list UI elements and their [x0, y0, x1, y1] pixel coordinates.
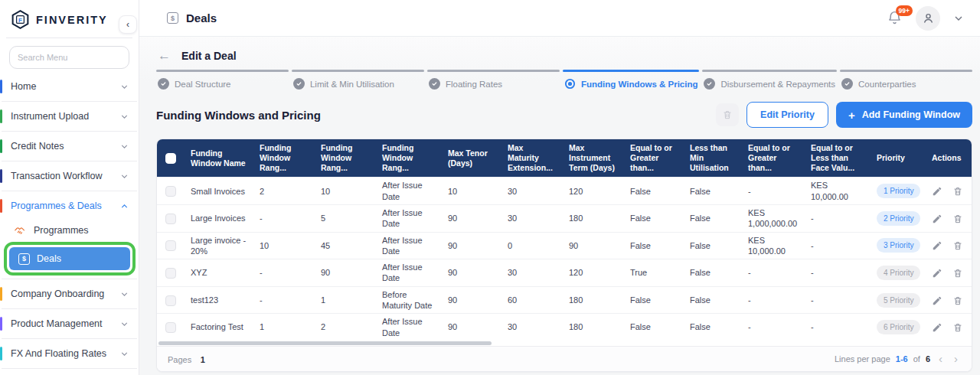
cell: - — [253, 286, 315, 314]
sidebar-item-credit-notes[interactable]: Credit Notes — [0, 135, 139, 158]
edit-row-button[interactable] — [932, 295, 942, 306]
sidebar-item-home[interactable]: Home — [0, 75, 139, 98]
cell: True — [624, 259, 684, 287]
add-funding-window-button[interactable]: + Add Funding Window — [836, 102, 972, 128]
delete-row-button[interactable] — [952, 186, 963, 197]
cell: False — [684, 178, 742, 205]
account-menu-chevron-icon[interactable] — [952, 12, 965, 24]
chevron-down-icon — [119, 349, 129, 359]
pages-label: Pages — [168, 355, 191, 364]
column-header-priority[interactable]: Priority — [871, 139, 926, 178]
priority-badge: 3 Priority — [877, 238, 920, 253]
sidebar-item-company-onboarding[interactable]: Company Onboarding — [0, 282, 139, 305]
cell: 90 — [315, 259, 376, 287]
cell: 90 — [442, 232, 501, 259]
back-button[interactable]: ← — [158, 49, 171, 62]
step-deal-structure[interactable]: Deal Structure — [156, 70, 289, 94]
cell: 0 — [501, 232, 563, 259]
column-header-equal-to-or-greater-than[interactable]: Equal to or Greater than... — [742, 139, 805, 178]
accent-bar — [0, 287, 2, 301]
column-header-equal-to-or-less-than-face-valu[interactable]: Equal to or Less than Face Valu... — [805, 139, 871, 178]
cell: - — [253, 259, 315, 287]
sidebar-item-label: Product Management — [11, 318, 119, 329]
notification-badge: 99+ — [896, 5, 913, 17]
edit-priority-button[interactable]: Edit Priority — [746, 102, 828, 128]
column-header-actions[interactable]: Actions — [926, 139, 972, 178]
edit-row-button[interactable] — [932, 322, 942, 333]
row-checkbox[interactable] — [165, 186, 176, 197]
column-header-max-tenor-days[interactable]: Max Tenor (Days) — [442, 139, 501, 178]
select-all-checkbox[interactable] — [165, 153, 176, 164]
select-all-header — [157, 139, 185, 178]
cell: 2 — [315, 314, 376, 341]
cell: 90 — [442, 204, 501, 232]
app-root: F FINVERITY ‹ HomeInstrument UploadCredi… — [0, 0, 980, 375]
actions-cell — [926, 178, 972, 205]
delete-row-button[interactable] — [952, 295, 963, 306]
delete-row-button[interactable] — [952, 240, 963, 251]
column-header-funding-window-name[interactable]: Funding Window Name — [185, 139, 253, 178]
step-limit-min-utilisation[interactable]: Limit & Min Utilisation — [292, 70, 424, 94]
cell: 10 — [315, 178, 376, 205]
section-title: Funding Windows and Pricing — [156, 109, 321, 122]
column-header-equal-to-or-greater-than[interactable]: Equal to or Greater than... — [624, 139, 684, 178]
lines-total: 6 — [926, 354, 930, 364]
column-header-funding-window-rang[interactable]: Funding Window Rang... — [253, 139, 315, 178]
sidebar-collapse-button[interactable]: ‹ — [119, 15, 137, 34]
next-page-button[interactable]: › — [951, 353, 961, 364]
cell: False — [684, 286, 742, 314]
priority-cell: 4 Priority — [871, 259, 926, 287]
column-header-less-than-min-utilisation[interactable]: Less than Min Utilisation — [684, 139, 742, 178]
user-avatar[interactable] — [916, 6, 940, 31]
cell: - — [805, 259, 871, 287]
cell: 60 — [501, 286, 563, 314]
cell: 10 — [442, 178, 501, 205]
row-checkbox[interactable] — [165, 295, 176, 306]
sidebar-subitem-deals[interactable]: $Deals — [9, 247, 130, 270]
table-row: Large invoice - 20%1045After Issue Date9… — [157, 232, 972, 259]
sidebar-item-transaction-workflow[interactable]: Transaction Workflow — [0, 165, 139, 188]
row-select-cell — [157, 204, 185, 232]
prev-page-button[interactable]: ‹ — [936, 353, 946, 364]
priority-cell: 2 Priority — [871, 204, 926, 232]
edit-row-button[interactable] — [932, 268, 942, 279]
chevron-down-icon — [119, 112, 129, 122]
delete-row-button[interactable] — [952, 322, 963, 333]
row-checkbox[interactable] — [165, 268, 176, 279]
delete-selected-button[interactable] — [716, 103, 739, 126]
step-label: Counterparties — [858, 80, 916, 89]
column-header-max-instrument-term-days[interactable]: Max Instrument Term (Days) — [563, 139, 624, 178]
sidebar-subitem-programmes[interactable]: Programmes — [0, 220, 139, 240]
chevron-down-icon — [119, 289, 129, 299]
sidebar-item-instrument-upload[interactable]: Instrument Upload — [0, 105, 139, 128]
step-disbursement-repayments[interactable]: Disbursement & Repayments — [702, 70, 837, 94]
step-counterparties[interactable]: Counterparties — [840, 70, 972, 94]
row-checkbox[interactable] — [165, 240, 176, 251]
column-header-max-maturity-extension[interactable]: Max Maturity Extension... — [501, 139, 563, 178]
column-header-funding-window-rang[interactable]: Funding Window Rang... — [376, 139, 442, 178]
edit-row-button[interactable] — [932, 186, 942, 197]
cell: 5 — [315, 204, 376, 232]
sidebar-item-programmes-deals[interactable]: Programmes & Deals — [0, 194, 139, 217]
delete-row-button[interactable] — [952, 214, 963, 224]
notifications-button[interactable]: 99+ — [887, 10, 903, 27]
trash-icon — [952, 214, 963, 224]
search-input[interactable] — [9, 46, 129, 69]
row-select-cell — [157, 314, 185, 341]
svg-text:F: F — [18, 17, 22, 24]
row-select-cell — [157, 259, 185, 287]
section-header: Funding Windows and Pricing Edit Priorit… — [156, 100, 972, 129]
column-header-funding-window-rang[interactable]: Funding Window Rang... — [315, 139, 376, 178]
edit-row-button[interactable] — [932, 214, 942, 224]
row-checkbox[interactable] — [165, 322, 176, 333]
sidebar-item-product-management[interactable]: Product Management — [0, 312, 139, 335]
step-funding-windows-pricing[interactable]: Funding Windows & Pricing — [563, 70, 700, 94]
horizontal-scrollbar-thumb[interactable] — [158, 341, 492, 345]
sidebar-item-fx-and-floating-rates[interactable]: FX And Floating Rates — [0, 342, 139, 365]
edit-row-button[interactable] — [932, 240, 942, 251]
delete-row-button[interactable] — [952, 268, 963, 279]
current-page[interactable]: 1 — [201, 355, 205, 364]
row-checkbox[interactable] — [165, 214, 176, 224]
horizontal-scrollbar-track — [157, 341, 972, 346]
step-floating-rates[interactable]: Floating Rates — [427, 70, 560, 94]
